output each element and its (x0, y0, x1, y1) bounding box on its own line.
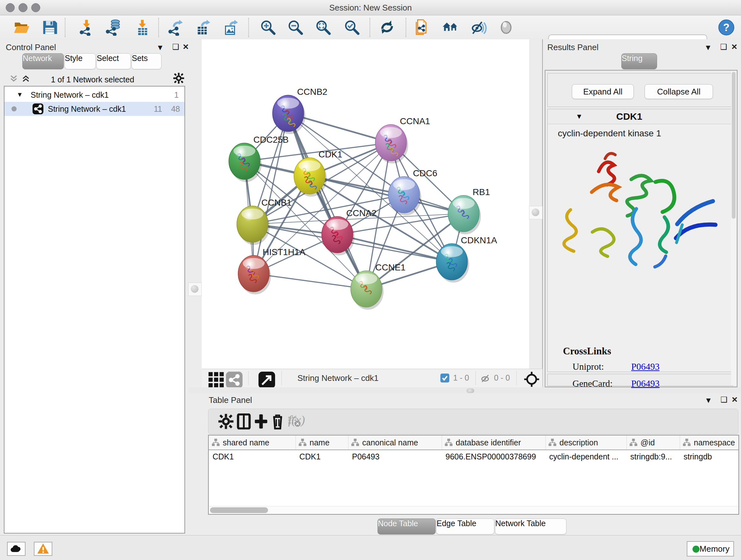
network-row-selected[interactable]: String Network – cdk1 11 48 (4, 102, 185, 116)
network-options-gear-icon[interactable] (173, 72, 185, 85)
zoom-selected-icon[interactable] (344, 19, 360, 36)
tab-network-table[interactable]: Network Table (495, 518, 566, 535)
results-panel-close-icon[interactable]: ✕ (731, 43, 738, 51)
gene-section-header[interactable]: ▼ CDK1 (548, 109, 733, 124)
export-table-icon[interactable] (195, 19, 212, 36)
network-node-CDK1[interactable]: CDK1 (294, 149, 342, 197)
memory-button[interactable]: Memory (687, 541, 734, 557)
table-cell[interactable]: stringdb:9... (630, 452, 677, 461)
export-network-icon[interactable] (167, 19, 184, 36)
network-edge[interactable] (310, 176, 464, 213)
right-splitter-handle[interactable] (529, 206, 542, 219)
tab-style[interactable]: Style (64, 53, 96, 69)
crosslink-link[interactable]: P06493 (631, 361, 660, 372)
tab-edge-table[interactable]: Edge Table (436, 518, 494, 535)
table-cell[interactable]: 9606.ENSP00000378699 (446, 452, 543, 461)
table-cell[interactable]: P06493 (352, 452, 439, 461)
table-cell[interactable]: cyclin-dependent ... (549, 452, 624, 461)
table-cell[interactable]: stringdb (684, 452, 739, 461)
refresh-icon[interactable] (379, 19, 395, 36)
tab-select[interactable]: Select (96, 53, 131, 69)
birdseye-view-icon[interactable] (523, 371, 538, 386)
table-panel-menu-icon[interactable]: ▼ (704, 396, 712, 404)
selected-checkbox-icon[interactable] (441, 374, 449, 382)
tab-node-table[interactable]: Node Table (378, 518, 435, 535)
network-collection-row[interactable]: ▼ String Network – cdk1 1 (4, 88, 185, 102)
delete-column-icon[interactable] (270, 414, 286, 429)
column-header-database-identifier[interactable]: database identifier (442, 435, 546, 449)
table-panel-float-icon[interactable]: ❑ (721, 396, 728, 403)
tab-network[interactable]: Network (22, 53, 64, 69)
right-splitter[interactable] (529, 39, 543, 369)
results-scroll-thumb[interactable] (732, 72, 736, 219)
network-node-CCNB2[interactable]: CCNB2 (273, 87, 327, 134)
network-node-HIST1H1A[interactable]: HIST1H1A (238, 247, 306, 294)
export-image-icon[interactable] (223, 19, 239, 36)
show-columns-icon[interactable] (236, 414, 252, 429)
collapse-all-button[interactable]: Collapse All (645, 84, 713, 99)
import-network-database-icon[interactable] (105, 19, 122, 36)
create-column-icon[interactable] (253, 414, 269, 429)
column-header-shared-name[interactable]: shared name (209, 435, 296, 449)
left-splitter-handle[interactable] (188, 283, 202, 296)
gene-collapse-icon[interactable]: ▼ (576, 112, 583, 121)
homes-icon[interactable] (442, 19, 459, 36)
protein-structure-image (551, 141, 730, 278)
node-label-CDK1: CDK1 (319, 149, 342, 159)
import-network-file-icon[interactable] (78, 19, 95, 36)
network-edge[interactable] (288, 113, 366, 289)
grid-view-icon[interactable] (208, 372, 221, 385)
control-panel-menu-icon[interactable]: ▼ (156, 44, 164, 51)
control-panel-float-icon[interactable]: ❑ (172, 43, 179, 51)
column-header-canonical-name[interactable]: canonical name (348, 435, 442, 449)
node-label-CCNA2: CCNA2 (346, 208, 377, 218)
open-session-icon[interactable] (13, 19, 30, 36)
left-splitter[interactable] (188, 39, 202, 535)
function-builder-icon[interactable]: f(x) (288, 413, 305, 427)
tab-string[interactable]: String (621, 53, 657, 69)
network-edge[interactable] (337, 235, 452, 262)
horizontal-splitter-handle[interactable] (467, 388, 474, 393)
show-graphics-icon[interactable] (498, 19, 515, 36)
table-cell[interactable]: CDK1 (299, 452, 346, 461)
network-node-RB1[interactable]: RB1 (448, 187, 490, 234)
table-scroll-thumb[interactable] (210, 507, 268, 513)
network-badge-share-icon[interactable] (226, 372, 239, 385)
tab-sets[interactable]: Sets (131, 53, 161, 69)
cloud-status-icon[interactable] (7, 542, 25, 556)
node-label-CCNA1: CCNA1 (400, 116, 430, 126)
warning-icon[interactable] (34, 542, 52, 556)
save-session-icon[interactable] (42, 19, 58, 36)
column-header-description[interactable]: description (545, 435, 627, 449)
results-vertical-scrollbar[interactable] (731, 71, 736, 385)
results-panel-menu-icon[interactable]: ▼ (704, 44, 712, 51)
import-table-icon[interactable] (134, 19, 151, 36)
network-node-CCNE1[interactable]: CCNE1 (351, 262, 406, 310)
table-options-gear-icon[interactable] (218, 414, 234, 429)
column-header-namespace[interactable]: namespace (680, 435, 739, 449)
share-file-icon[interactable] (414, 19, 431, 36)
network-canvas[interactable]: CCNB2CCNA1CDC25BCDK1CDC6RB1CCNB1CCNA2CDK… (202, 39, 529, 369)
results-panel-float-icon[interactable]: ❑ (720, 43, 727, 51)
column-header--id[interactable]: @id (626, 435, 680, 449)
zoom-in-icon[interactable] (260, 19, 276, 36)
network-node-CCNA1[interactable]: CCNA1 (375, 116, 430, 164)
open-in-new-window-icon[interactable] (259, 372, 272, 385)
network-node-CDC25B[interactable]: CDC25B (229, 135, 288, 182)
column-header-name[interactable]: name (295, 435, 348, 449)
network-node-CDKN1A[interactable]: CDKN1A (436, 235, 497, 283)
zoom-out-icon[interactable] (287, 19, 304, 36)
table-panel-close-icon[interactable]: ✕ (731, 396, 738, 403)
zoom-fit-icon[interactable] (315, 19, 332, 36)
table-cell[interactable]: CDK1 (212, 452, 293, 461)
help-icon[interactable]: ? (718, 19, 735, 36)
hide-graphics-icon[interactable] (470, 19, 487, 36)
hidden-eye-icon[interactable] (480, 373, 491, 385)
expand-all-networks-icon[interactable] (21, 74, 30, 84)
collapse-all-networks-icon[interactable] (9, 74, 18, 84)
collection-expand-icon[interactable]: ▼ (17, 91, 23, 98)
network-node-CDC6[interactable]: CDC6 (388, 168, 437, 215)
table-horizontal-scrollbar[interactable] (209, 506, 738, 514)
expand-all-button[interactable]: Expand All (572, 84, 634, 99)
network-row-label: String Network – cdk1 (48, 105, 126, 114)
